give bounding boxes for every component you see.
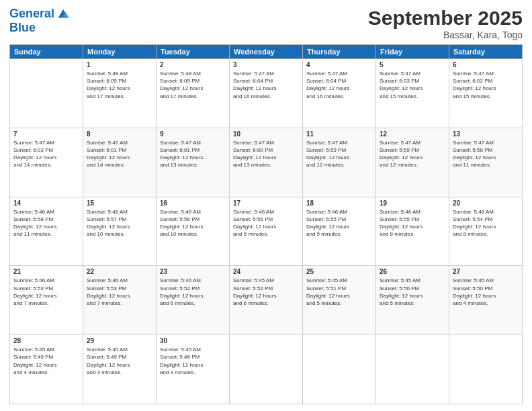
day-number: 27 bbox=[453, 268, 519, 275]
week-row-3: 21Sunrise: 5:46 AM Sunset: 5:53 PM Dayli… bbox=[10, 266, 523, 335]
week-row-4: 28Sunrise: 5:45 AM Sunset: 5:49 PM Dayli… bbox=[10, 335, 523, 404]
day-content: Sunrise: 5:46 AM Sunset: 5:56 PM Dayligh… bbox=[233, 208, 299, 238]
col-header-saturday: Saturday bbox=[449, 45, 523, 59]
day-content: Sunrise: 5:48 AM Sunset: 6:05 PM Dayligh… bbox=[87, 70, 152, 100]
week-row-1: 7Sunrise: 5:47 AM Sunset: 6:02 PM Daylig… bbox=[10, 128, 523, 197]
calendar-cell: 1Sunrise: 5:48 AM Sunset: 6:05 PM Daylig… bbox=[83, 59, 157, 128]
day-number: 5 bbox=[380, 61, 445, 68]
calendar-cell: 4Sunrise: 5:47 AM Sunset: 6:04 PM Daylig… bbox=[303, 59, 376, 128]
col-header-wednesday: Wednesday bbox=[230, 45, 303, 59]
header: General Blue September 2025 Bassar, Kara… bbox=[9, 7, 523, 40]
col-header-monday: Monday bbox=[83, 45, 157, 59]
calendar-cell: 21Sunrise: 5:46 AM Sunset: 5:53 PM Dayli… bbox=[10, 266, 83, 335]
day-content: Sunrise: 5:47 AM Sunset: 6:02 PM Dayligh… bbox=[453, 70, 519, 100]
col-header-sunday: Sunday bbox=[10, 45, 83, 59]
calendar-cell: 28Sunrise: 5:45 AM Sunset: 5:49 PM Dayli… bbox=[10, 335, 83, 404]
calendar-cell bbox=[230, 335, 303, 404]
logo-text-2: Blue bbox=[9, 21, 71, 35]
day-content: Sunrise: 5:47 AM Sunset: 6:04 PM Dayligh… bbox=[233, 70, 299, 100]
day-content: Sunrise: 5:46 AM Sunset: 5:53 PM Dayligh… bbox=[13, 277, 79, 307]
calendar-cell: 7Sunrise: 5:47 AM Sunset: 6:02 PM Daylig… bbox=[10, 128, 83, 197]
day-number: 30 bbox=[160, 337, 226, 345]
calendar-cell: 18Sunrise: 5:46 AM Sunset: 5:55 PM Dayli… bbox=[303, 197, 376, 266]
day-content: Sunrise: 5:47 AM Sunset: 5:58 PM Dayligh… bbox=[453, 139, 519, 169]
calendar-cell: 8Sunrise: 5:47 AM Sunset: 6:01 PM Daylig… bbox=[83, 128, 157, 197]
week-row-2: 14Sunrise: 5:46 AM Sunset: 5:58 PM Dayli… bbox=[10, 197, 523, 266]
day-content: Sunrise: 5:45 AM Sunset: 5:49 PM Dayligh… bbox=[13, 346, 79, 376]
day-number: 19 bbox=[380, 199, 445, 207]
calendar-cell: 14Sunrise: 5:46 AM Sunset: 5:58 PM Dayli… bbox=[10, 197, 83, 266]
day-content: Sunrise: 5:46 AM Sunset: 5:53 PM Dayligh… bbox=[87, 277, 152, 307]
day-number: 4 bbox=[306, 61, 372, 68]
calendar-cell: 19Sunrise: 5:46 AM Sunset: 5:55 PM Dayli… bbox=[376, 197, 449, 266]
day-number: 11 bbox=[306, 130, 372, 138]
day-number: 9 bbox=[160, 130, 226, 138]
title-area: September 2025 Bassar, Kara, Togo bbox=[368, 7, 523, 40]
calendar-cell: 23Sunrise: 5:46 AM Sunset: 5:52 PM Dayli… bbox=[157, 266, 230, 335]
calendar-cell: 26Sunrise: 5:45 AM Sunset: 5:50 PM Dayli… bbox=[376, 266, 449, 335]
day-content: Sunrise: 5:46 AM Sunset: 5:57 PM Dayligh… bbox=[87, 208, 152, 238]
calendar-cell: 29Sunrise: 5:45 AM Sunset: 5:49 PM Dayli… bbox=[83, 335, 157, 404]
day-number: 3 bbox=[233, 61, 299, 68]
calendar-cell: 10Sunrise: 5:47 AM Sunset: 6:00 PM Dayli… bbox=[230, 128, 303, 197]
day-content: Sunrise: 5:47 AM Sunset: 6:03 PM Dayligh… bbox=[380, 70, 445, 100]
day-number: 13 bbox=[453, 130, 519, 138]
day-number: 18 bbox=[306, 199, 372, 207]
col-header-friday: Friday bbox=[376, 45, 449, 59]
page: General Blue September 2025 Bassar, Kara… bbox=[0, 0, 532, 411]
calendar-cell bbox=[10, 59, 83, 128]
header-row: SundayMondayTuesdayWednesdayThursdayFrid… bbox=[10, 45, 523, 59]
day-number: 2 bbox=[160, 61, 226, 68]
day-content: Sunrise: 5:45 AM Sunset: 5:51 PM Dayligh… bbox=[306, 277, 372, 307]
day-number: 8 bbox=[87, 130, 152, 138]
calendar-cell: 2Sunrise: 5:48 AM Sunset: 6:05 PM Daylig… bbox=[157, 59, 230, 128]
day-content: Sunrise: 5:46 AM Sunset: 5:56 PM Dayligh… bbox=[160, 208, 226, 238]
month-title: September 2025 bbox=[368, 7, 523, 30]
day-number: 20 bbox=[453, 199, 519, 207]
day-number: 10 bbox=[233, 130, 299, 138]
day-number: 6 bbox=[453, 61, 519, 68]
logo-icon bbox=[56, 7, 71, 21]
day-content: Sunrise: 5:45 AM Sunset: 5:50 PM Dayligh… bbox=[453, 277, 519, 307]
calendar-cell bbox=[449, 335, 523, 404]
day-content: Sunrise: 5:47 AM Sunset: 6:01 PM Dayligh… bbox=[87, 139, 152, 169]
day-content: Sunrise: 5:48 AM Sunset: 6:05 PM Dayligh… bbox=[160, 70, 226, 100]
calendar-cell bbox=[376, 335, 449, 404]
calendar-table: SundayMondayTuesdayWednesdayThursdayFrid… bbox=[9, 44, 523, 404]
day-content: Sunrise: 5:47 AM Sunset: 6:00 PM Dayligh… bbox=[233, 139, 299, 169]
calendar-cell: 17Sunrise: 5:46 AM Sunset: 5:56 PM Dayli… bbox=[230, 197, 303, 266]
col-header-thursday: Thursday bbox=[303, 45, 376, 59]
col-header-tuesday: Tuesday bbox=[157, 45, 230, 59]
calendar-cell: 11Sunrise: 5:47 AM Sunset: 5:59 PM Dayli… bbox=[303, 128, 376, 197]
day-number: 28 bbox=[13, 337, 79, 345]
day-content: Sunrise: 5:47 AM Sunset: 6:02 PM Dayligh… bbox=[13, 139, 79, 169]
day-content: Sunrise: 5:46 AM Sunset: 5:55 PM Dayligh… bbox=[380, 208, 445, 238]
calendar-cell: 15Sunrise: 5:46 AM Sunset: 5:57 PM Dayli… bbox=[83, 197, 157, 266]
day-content: Sunrise: 5:47 AM Sunset: 6:04 PM Dayligh… bbox=[306, 70, 372, 100]
day-content: Sunrise: 5:45 AM Sunset: 5:49 PM Dayligh… bbox=[87, 346, 152, 376]
day-number: 25 bbox=[306, 268, 372, 275]
calendar-cell bbox=[303, 335, 376, 404]
day-content: Sunrise: 5:46 AM Sunset: 5:58 PM Dayligh… bbox=[13, 208, 79, 238]
day-number: 22 bbox=[87, 268, 152, 275]
day-number: 12 bbox=[380, 130, 445, 138]
calendar-cell: 24Sunrise: 5:45 AM Sunset: 5:52 PM Dayli… bbox=[230, 266, 303, 335]
calendar-cell: 9Sunrise: 5:47 AM Sunset: 6:01 PM Daylig… bbox=[157, 128, 230, 197]
day-number: 29 bbox=[87, 337, 152, 345]
calendar-cell: 5Sunrise: 5:47 AM Sunset: 6:03 PM Daylig… bbox=[376, 59, 449, 128]
calendar-cell: 20Sunrise: 5:46 AM Sunset: 5:54 PM Dayli… bbox=[449, 197, 523, 266]
calendar-cell: 30Sunrise: 5:45 AM Sunset: 5:48 PM Dayli… bbox=[157, 335, 230, 404]
calendar-cell: 22Sunrise: 5:46 AM Sunset: 5:53 PM Dayli… bbox=[83, 266, 157, 335]
day-content: Sunrise: 5:46 AM Sunset: 5:54 PM Dayligh… bbox=[453, 208, 519, 238]
week-row-0: 1Sunrise: 5:48 AM Sunset: 6:05 PM Daylig… bbox=[10, 59, 523, 128]
calendar-cell: 16Sunrise: 5:46 AM Sunset: 5:56 PM Dayli… bbox=[157, 197, 230, 266]
day-number: 23 bbox=[160, 268, 226, 275]
day-number: 21 bbox=[13, 268, 79, 275]
day-content: Sunrise: 5:46 AM Sunset: 5:55 PM Dayligh… bbox=[306, 208, 372, 238]
day-content: Sunrise: 5:46 AM Sunset: 5:52 PM Dayligh… bbox=[160, 277, 226, 307]
day-content: Sunrise: 5:47 AM Sunset: 5:59 PM Dayligh… bbox=[380, 139, 445, 169]
day-number: 16 bbox=[160, 199, 226, 207]
day-number: 24 bbox=[233, 268, 299, 275]
day-number: 1 bbox=[87, 61, 152, 68]
location: Bassar, Kara, Togo bbox=[368, 30, 523, 40]
